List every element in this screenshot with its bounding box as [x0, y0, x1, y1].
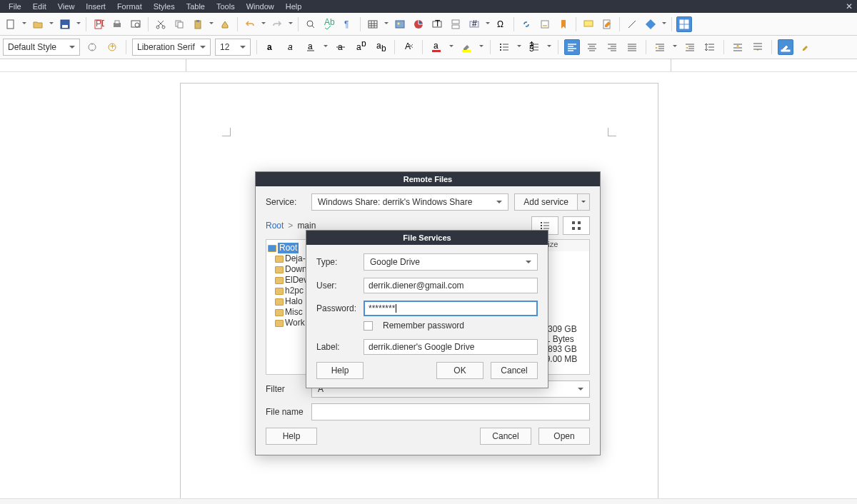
superscript-icon[interactable]: ab: [353, 39, 369, 55]
menu-edit[interactable]: Edit: [27, 0, 52, 13]
bold-icon[interactable]: a: [263, 39, 279, 55]
basic-shapes-dropdown[interactable]: [661, 16, 667, 32]
line-icon[interactable]: [624, 16, 640, 32]
insert-table-dropdown[interactable]: [384, 16, 389, 32]
formatting-marks-icon[interactable]: ¶: [340, 16, 356, 32]
copy-icon[interactable]: [171, 16, 187, 32]
insert-bookmark-icon[interactable]: [556, 16, 571, 32]
spellcheck-icon[interactable]: Abc: [321, 16, 337, 32]
cancel-button[interactable]: Cancel: [480, 428, 531, 445]
insert-field-dropdown[interactable]: [485, 16, 491, 32]
insert-table-icon[interactable]: [365, 16, 381, 32]
new-style-icon[interactable]: +: [104, 39, 120, 55]
redo-icon[interactable]: [269, 16, 285, 32]
underline-icon[interactable]: a: [303, 39, 319, 55]
clear-formatting-icon[interactable]: A: [401, 39, 416, 55]
new-doc-dropdown[interactable]: [21, 16, 27, 32]
align-center-icon[interactable]: [584, 39, 600, 55]
paintbrush-icon[interactable]: [798, 39, 813, 55]
close-icon[interactable]: ✕: [846, 1, 853, 11]
paste-icon[interactable]: [190, 16, 206, 32]
insert-symbol-icon[interactable]: Ω: [493, 16, 509, 32]
line-spacing-icon[interactable]: [702, 39, 718, 55]
menu-tools[interactable]: Tools: [211, 0, 241, 13]
align-left-icon[interactable]: [564, 39, 580, 55]
highlight-icon[interactable]: [458, 39, 474, 55]
save-dropdown[interactable]: [76, 16, 81, 32]
remember-password-checkbox[interactable]: [364, 321, 373, 331]
basic-shapes-icon[interactable]: [643, 16, 658, 32]
menu-help[interactable]: Help: [280, 0, 308, 13]
update-style-icon[interactable]: [84, 39, 100, 55]
highlighting-toggle-icon[interactable]: [778, 39, 793, 55]
clone-format-icon[interactable]: [217, 16, 233, 32]
subscript-icon[interactable]: ab: [373, 39, 389, 55]
insert-image-icon[interactable]: [392, 16, 408, 32]
align-right-icon[interactable]: [604, 39, 620, 55]
paragraph-style-combo[interactable]: Default Style: [3, 39, 80, 56]
indent-decrease-icon[interactable]: [682, 39, 698, 55]
menu-format[interactable]: Format: [111, 0, 148, 13]
redo-dropdown[interactable]: [288, 16, 294, 32]
menu-table[interactable]: Table: [181, 0, 211, 13]
number-list-icon[interactable]: 123: [526, 39, 542, 55]
font-color-dropdown[interactable]: [448, 39, 454, 55]
insert-chart-icon[interactable]: [411, 16, 426, 32]
open-dropdown[interactable]: [49, 16, 54, 32]
cut-icon[interactable]: [153, 16, 169, 32]
font-name-combo[interactable]: Liberation Serif: [132, 39, 211, 56]
type-select[interactable]: Google Drive: [364, 253, 538, 271]
bullet-list-icon[interactable]: [496, 39, 512, 55]
insert-hyperlink-icon[interactable]: [518, 16, 534, 32]
insert-page-break-icon[interactable]: [448, 16, 463, 32]
service-select[interactable]: Windows Share: derrik's Windows Share: [311, 193, 508, 211]
label-input[interactable]: [364, 339, 538, 355]
user-input[interactable]: [364, 278, 538, 293]
indent-increase-dropdown[interactable]: [672, 39, 678, 55]
insert-footnote-icon[interactable]: [537, 16, 553, 32]
filename-input[interactable]: [311, 403, 590, 420]
icon-view-icon[interactable]: [563, 216, 590, 235]
indent-increase-icon[interactable]: [652, 39, 668, 55]
menu-view[interactable]: View: [52, 0, 81, 13]
open-button[interactable]: Open: [538, 428, 590, 445]
print-icon[interactable]: [109, 16, 125, 32]
fs-ok-button[interactable]: OK: [436, 362, 483, 379]
undo-dropdown[interactable]: [261, 16, 266, 32]
underline-dropdown[interactable]: [323, 39, 329, 55]
bullet-list-dropdown[interactable]: [516, 39, 522, 55]
strikethrough-icon[interactable]: a: [333, 39, 349, 55]
fs-help-button[interactable]: Help: [316, 362, 364, 379]
font-color-icon[interactable]: a: [428, 39, 444, 55]
insert-textbox-icon[interactable]: T: [429, 16, 445, 32]
print-preview-icon[interactable]: [128, 16, 144, 32]
increase-para-spacing-icon[interactable]: [730, 39, 746, 55]
open-icon[interactable]: [30, 16, 46, 32]
breadcrumb-root[interactable]: Root: [266, 221, 284, 231]
track-changes-icon[interactable]: [599, 16, 615, 32]
insert-field-icon[interactable]: #: [466, 16, 482, 32]
export-pdf-icon[interactable]: PDF: [91, 16, 106, 32]
menu-styles[interactable]: Styles: [148, 0, 181, 13]
number-list-dropdown[interactable]: [546, 39, 552, 55]
fs-cancel-button[interactable]: Cancel: [491, 362, 538, 379]
menu-file[interactable]: File: [3, 0, 27, 13]
font-size-combo[interactable]: 12: [215, 39, 251, 56]
show-draw-functions-icon[interactable]: [676, 16, 692, 32]
save-icon[interactable]: [57, 16, 73, 32]
paste-dropdown[interactable]: [209, 16, 214, 32]
new-doc-icon[interactable]: [3, 16, 19, 32]
help-button[interactable]: Help: [266, 428, 317, 445]
undo-icon[interactable]: [242, 16, 258, 32]
align-justify-icon[interactable]: [624, 39, 640, 55]
decrease-para-spacing-icon[interactable]: [750, 39, 766, 55]
highlight-dropdown[interactable]: [478, 39, 484, 55]
menu-insert[interactable]: Insert: [80, 0, 111, 13]
password-input[interactable]: ********: [364, 301, 538, 316]
find-replace-icon[interactable]: [303, 16, 319, 32]
add-service-button[interactable]: Add service: [514, 193, 590, 211]
insert-comment-icon[interactable]: [581, 16, 596, 32]
menu-window[interactable]: Window: [241, 0, 280, 13]
italic-icon[interactable]: a: [283, 39, 299, 55]
add-service-dropdown[interactable]: [577, 193, 590, 211]
